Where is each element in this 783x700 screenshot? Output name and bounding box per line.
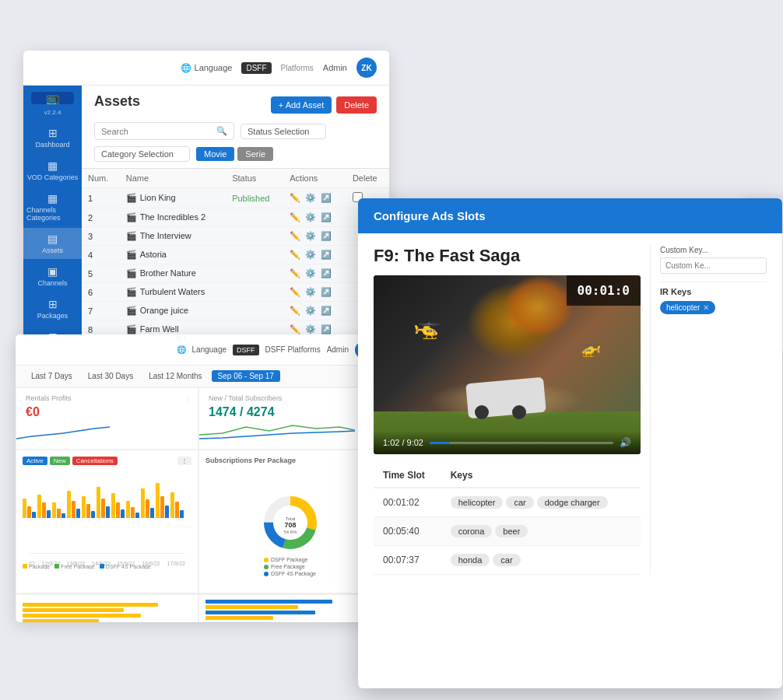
date-tab-7[interactable]: Last 7 Days — [25, 370, 79, 382]
status-selection[interactable]: Status Selection — [241, 124, 326, 139]
bar-group — [97, 487, 110, 518]
edit-icon[interactable]: ✏️ — [290, 324, 300, 334]
table-row[interactable]: 1 🎬Lion King Published ✏️⚙️↗️ — [82, 188, 389, 208]
sidebar-item-assets[interactable]: ▤ Assets — [23, 228, 82, 259]
bar-item — [72, 501, 75, 518]
table-row[interactable]: 5 🎬Brother Nature ✏️⚙️↗️ — [82, 264, 389, 283]
search-icon: 🔍 — [216, 126, 227, 136]
platform-badge: DSFF — [241, 62, 271, 74]
share-icon[interactable]: ⚙️ — [305, 324, 316, 334]
metrics-row: ⋮ Rentals Profits €0 ⋮ New / Total Subsc… — [16, 387, 381, 450]
date-tab-12m[interactable]: Last 12 Months — [142, 370, 208, 382]
table-row[interactable]: 7 🎬Orange juice ✏️⚙️↗️ — [82, 302, 389, 320]
upload-icon[interactable]: ↗️ — [321, 250, 332, 260]
bar-chart-container: 2212/9/2213/9/2214/9/2215/9/2216/9/2217/… — [23, 468, 191, 569]
admin-dash: Admin — [327, 345, 349, 354]
chart-tab-cancel[interactable]: Cancellations — [72, 457, 118, 465]
legend-dot-1 — [264, 558, 269, 562]
col-name: Name — [120, 169, 226, 188]
upload-icon[interactable]: ↗️ — [321, 324, 332, 334]
category-selection[interactable]: Category Selection — [94, 146, 190, 162]
sidebar-item-label: Channels Categories — [26, 206, 79, 222]
bar-group — [82, 496, 95, 518]
sidebar-item-channels-cat[interactable]: ▦ Channels Categories — [23, 187, 82, 226]
bar-item — [76, 509, 80, 518]
modal-body: F9: The Fast Saga 🚁 🚁 — [358, 233, 782, 683]
date-tab-30[interactable]: Last 30 Days — [82, 370, 139, 382]
cell-num: 1 — [82, 188, 120, 208]
table-row[interactable]: 4 🎬Astoria ✏️⚙️↗️ — [82, 246, 389, 264]
add-asset-button[interactable]: + Add Asset — [271, 96, 332, 114]
table-row[interactable]: 2 🎬The Incredibles 2 ✏️⚙️↗️ — [82, 208, 389, 227]
bar-item — [106, 506, 110, 518]
date-tab-custom[interactable]: Sep 06 - Sep 17 — [212, 370, 280, 382]
edit-icon[interactable]: ✏️ — [290, 268, 300, 278]
upload-icon[interactable]: ↗️ — [321, 231, 332, 241]
bar-group — [37, 495, 51, 518]
video-icon: 🎬 — [126, 268, 137, 278]
share-icon[interactable]: ⚙️ — [305, 193, 316, 203]
upload-icon[interactable]: ↗️ — [321, 287, 332, 297]
upload-icon[interactable]: ↗️ — [321, 212, 332, 222]
language-selector[interactable]: 🌐 Language — [181, 63, 233, 73]
user-avatar[interactable]: ZK — [356, 58, 377, 78]
bar-item — [37, 495, 41, 518]
platform-sub-dash: DSFF Platforms — [265, 345, 321, 354]
remove-ir-key[interactable]: ✕ — [703, 303, 709, 312]
overflow-icon[interactable]: ⋮ — [184, 394, 191, 403]
share-icon[interactable]: ⚙️ — [305, 250, 316, 260]
modal-main-col: F9: The Fast Saga 🚁 🚁 — [374, 246, 641, 575]
share-icon[interactable]: ⚙️ — [305, 231, 316, 241]
upload-icon[interactable]: ↗️ — [321, 268, 332, 278]
sidebar-item-packages[interactable]: ⊞ Packages — [23, 293, 82, 324]
search-box[interactable]: 🔍 — [94, 122, 234, 140]
sidebar-item-dashboard[interactable]: ⊞ Dashboard — [23, 122, 82, 153]
upload-icon[interactable]: ↗️ — [321, 193, 332, 203]
cell-actions: ✏️⚙️↗️ — [283, 208, 346, 227]
bar-item — [160, 496, 164, 518]
channels-icon: ▣ — [45, 265, 61, 278]
chart-tab-new[interactable]: New — [50, 457, 70, 465]
sidebar-item-vod[interactable]: ▦ VOD Categories — [23, 155, 82, 186]
share-icon[interactable]: ⚙️ — [305, 212, 316, 222]
chart-overflow[interactable]: ⋮ — [177, 457, 191, 465]
search-input[interactable] — [101, 127, 216, 136]
tab-movie[interactable]: Movie — [196, 147, 234, 161]
bar-item — [165, 506, 169, 518]
delete-button[interactable]: Delete — [336, 96, 377, 114]
cell-status — [226, 283, 283, 302]
edit-icon[interactable]: ✏️ — [290, 231, 300, 241]
bar-item — [175, 502, 179, 518]
video-icon: 🎬 — [126, 231, 137, 240]
upload-icon[interactable]: ↗️ — [321, 306, 332, 316]
slot-row: 00:05:40 coronabeer — [374, 517, 641, 546]
metric-label-subscribers: New / Total Subscribers — [209, 394, 371, 402]
edit-icon[interactable]: ✏️ — [290, 193, 300, 203]
bar-item — [57, 509, 61, 518]
edit-icon[interactable]: ✏️ — [290, 306, 300, 316]
dashboard-window: 🌐 Language DSFF DSFF Platforms Admin ZK … — [16, 334, 381, 622]
sidebar-item-channels[interactable]: ▣ Channels — [23, 261, 82, 292]
table-row[interactable]: 3 🎬The Interview ✏️⚙️↗️ — [82, 227, 389, 246]
slot-row: 00:01:02 helicoptercardodge charger — [374, 488, 641, 517]
horizontal-bars — [23, 603, 191, 622]
custom-key-input[interactable] — [660, 257, 767, 274]
table-row[interactable]: 6 🎬Turbulent Waters ✏️⚙️↗️ — [82, 283, 389, 302]
sidebar-item-label: Assets — [42, 247, 63, 254]
share-icon[interactable]: ⚙️ — [305, 287, 316, 297]
volume-icon[interactable]: 🔊 — [620, 437, 631, 448]
share-icon[interactable]: ⚙️ — [305, 268, 316, 278]
chart-tab-active[interactable]: Active — [23, 457, 47, 465]
share-icon[interactable]: ⚙️ — [305, 306, 316, 316]
bar-group — [126, 501, 139, 518]
ir-key-tag: helicopter ✕ — [660, 301, 715, 314]
metric-label-rentals: Rentals Profits — [26, 394, 188, 402]
tab-serie[interactable]: Serie — [237, 147, 273, 161]
edit-icon[interactable]: ✏️ — [290, 250, 300, 260]
cell-num: 6 — [82, 283, 120, 302]
right-panel: Custom Key... IR Keys helicopter ✕ — [650, 246, 767, 575]
video-time: 1:02 / 9:02 — [383, 438, 423, 447]
video-progress-bar[interactable] — [430, 442, 613, 444]
edit-icon[interactable]: ✏️ — [290, 212, 300, 222]
edit-icon[interactable]: ✏️ — [290, 287, 300, 297]
